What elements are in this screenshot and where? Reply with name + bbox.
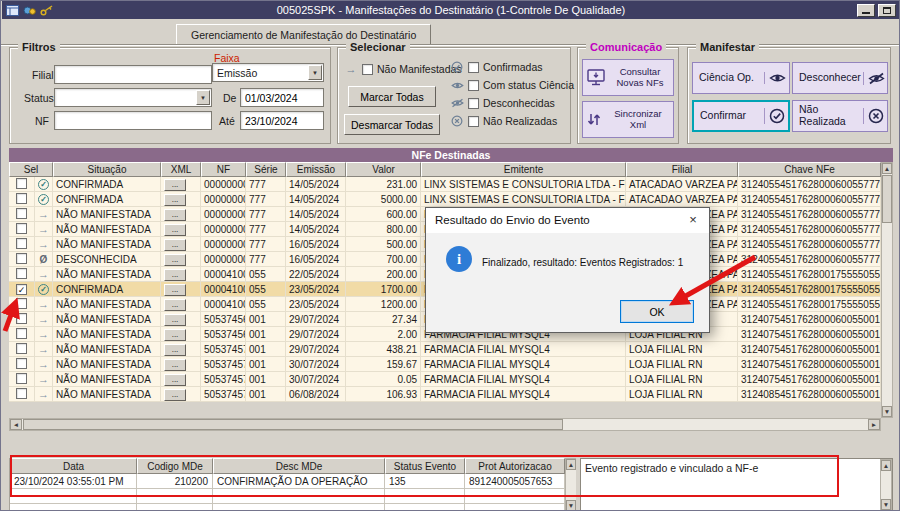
desconhecidas-checkbox[interactable]	[468, 98, 479, 109]
nfe-row[interactable]: →NÃO MANIFESTADA...50537457000129/07/202…	[9, 342, 881, 357]
nfe-row[interactable]: ✓CONFIRMADA...00000000177714/05/2024231.…	[9, 177, 881, 192]
scroll-up-icon[interactable]: ▲	[566, 459, 576, 470]
desmarcar-todas-button[interactable]: Desmarcar Todas	[344, 114, 440, 135]
row-select-checkbox[interactable]	[16, 238, 27, 249]
row-select-checkbox[interactable]	[16, 223, 27, 234]
dialog-titlebar[interactable]: Resultado do Envio do Evento ×	[426, 208, 709, 233]
nfe-vertical-scrollbar[interactable]: ▲ ▼	[881, 162, 893, 418]
scroll-right-icon[interactable]: ►	[868, 419, 880, 430]
filial-input[interactable]	[54, 65, 212, 84]
row-select-checkbox[interactable]	[16, 358, 27, 369]
ciencia-checkbox[interactable]	[468, 80, 479, 91]
scroll-down-icon[interactable]: ▼	[882, 406, 892, 417]
row-select-checkbox[interactable]	[16, 388, 27, 399]
key-icon[interactable]	[40, 5, 54, 16]
row-select-checkbox[interactable]: ✓	[16, 284, 27, 295]
row-select-checkbox[interactable]	[16, 178, 27, 189]
row-select-checkbox[interactable]	[16, 313, 27, 324]
nfe-column-header[interactable]: Valor	[346, 162, 421, 177]
confirmar-button[interactable]: Confirmar	[692, 100, 790, 132]
dialog-close-icon[interactable]: ×	[677, 208, 709, 233]
nfe-column-header[interactable]: Situação	[53, 162, 161, 177]
xml-button[interactable]: ...	[164, 359, 186, 371]
evento-memo-panel[interactable]: Evento registrado e vinculado a NF-e ▲ ▼	[580, 458, 893, 511]
row-select-checkbox[interactable]	[16, 373, 27, 384]
nfe-column-header[interactable]: Série	[246, 162, 286, 177]
nfe-horizontal-scrollbar[interactable]: ◄ ►	[9, 418, 881, 431]
services-icon[interactable]	[23, 5, 36, 16]
row-select-checkbox[interactable]	[16, 253, 27, 264]
faixa-combo-arrow-icon[interactable]: ▼	[308, 65, 322, 80]
memo-scrollbar[interactable]: ▲ ▼	[880, 459, 892, 511]
row-select-checkbox[interactable]	[16, 328, 27, 339]
status-combo[interactable]: ▼	[54, 88, 212, 107]
xml-button[interactable]: ...	[164, 344, 186, 356]
eventos-scrollbar[interactable]: ▲ ▼	[565, 458, 576, 511]
nao-manifestadas-checkbox[interactable]	[362, 64, 373, 75]
status-combo-arrow-icon[interactable]: ▼	[196, 90, 210, 105]
cell-situacao: NÃO MANIFESTADA	[53, 387, 161, 402]
confirmadas-checkbox[interactable]	[468, 62, 479, 73]
xml-button[interactable]: ...	[164, 224, 186, 236]
nfe-column-header[interactable]: Emitente	[421, 162, 626, 177]
xml-button[interactable]: ...	[164, 314, 186, 326]
nao-realizada-button[interactable]: Não Realizada	[792, 100, 888, 132]
ledger-icon[interactable]	[6, 5, 19, 16]
nfe-column-header[interactable]: Chave NFe	[738, 162, 881, 177]
de-date-input[interactable]	[240, 88, 324, 107]
xml-button[interactable]: ...	[164, 269, 186, 281]
xml-button[interactable]: ...	[164, 389, 186, 401]
row-select-checkbox[interactable]	[16, 268, 27, 279]
row-select-checkbox[interactable]	[16, 208, 27, 219]
nfe-column-header[interactable]: NF	[201, 162, 246, 177]
nfe-grid-header-row: SelSituaçãoXMLNFSérieEmissãoValorEmitent…	[9, 162, 881, 177]
eventos-column-header[interactable]: Prot Autorizacao	[465, 458, 565, 474]
nfe-column-header[interactable]: Sel	[9, 162, 53, 177]
cell-serie: 055	[246, 297, 286, 312]
nf-input[interactable]	[54, 111, 212, 130]
nao-realizadas-checkbox[interactable]	[468, 116, 479, 127]
scroll-down-icon[interactable]: ▼	[881, 499, 891, 510]
minimize-button[interactable]	[857, 4, 875, 17]
nfe-column-header[interactable]: Emissão	[286, 162, 346, 177]
nfe-column-header[interactable]: XML	[161, 162, 201, 177]
ate-date-input[interactable]	[240, 111, 324, 130]
desconhecer-button[interactable]: Desconhecer	[792, 62, 888, 94]
xml-button[interactable]: ...	[164, 239, 186, 251]
scroll-up-icon[interactable]: ▲	[882, 163, 892, 174]
xml-button[interactable]: ...	[164, 374, 186, 386]
row-select-checkbox[interactable]	[16, 298, 27, 309]
xml-button[interactable]: ...	[164, 284, 186, 296]
sincronizar-xml-button[interactable]: Sincronizar Xml	[582, 101, 674, 138]
xml-button[interactable]: ...	[164, 194, 186, 206]
xml-button[interactable]: ...	[164, 179, 186, 191]
nfe-row[interactable]: →NÃO MANIFESTADA...50537457200130/07/202…	[9, 372, 881, 387]
scroll-down-icon[interactable]: ▼	[566, 500, 576, 511]
scroll-up-icon[interactable]: ▲	[881, 460, 891, 471]
row-select-checkbox[interactable]	[16, 343, 27, 354]
restore-button[interactable]	[878, 4, 896, 17]
cell-serie: 777	[246, 177, 286, 192]
xml-button[interactable]: ...	[164, 209, 186, 221]
ciencia-op-button[interactable]: Ciência Op.	[692, 62, 790, 94]
nfe-column-header[interactable]: Filial	[626, 162, 738, 177]
eventos-column-header[interactable]: Codigo MDe	[137, 458, 213, 474]
xml-button[interactable]: ...	[164, 299, 186, 311]
hscroll-thumb[interactable]	[23, 419, 563, 430]
nfe-row[interactable]: →NÃO MANIFESTADA...50537457300106/08/202…	[9, 387, 881, 402]
nfe-row[interactable]: ✓CONFIRMADA...00000000277714/05/20245000…	[9, 192, 881, 207]
eventos-column-header[interactable]: Status Evento	[385, 458, 465, 474]
eventos-column-header[interactable]: Desc MDe	[213, 458, 385, 474]
row-select-checkbox[interactable]	[16, 193, 27, 204]
ok-button[interactable]: OK	[620, 300, 694, 323]
event-row[interactable]: 23/10/2024 03:55:01 PM210200CONFIRMAÇÃO …	[10, 474, 565, 489]
eventos-column-header[interactable]: Data	[10, 458, 137, 474]
xml-button[interactable]: ...	[164, 254, 186, 266]
nfe-row[interactable]: →NÃO MANIFESTADA...50537457100130/07/202…	[9, 357, 881, 372]
xml-button[interactable]: ...	[164, 329, 186, 341]
faixa-combo[interactable]: Emissão ▼	[212, 63, 324, 82]
marcar-todas-button[interactable]: Marcar Todas	[348, 86, 436, 107]
scroll-left-icon[interactable]: ◄	[10, 419, 22, 430]
consultar-novas-nfs-button[interactable]: Consultar Novas NFs	[582, 59, 674, 96]
vscroll-thumb[interactable]	[882, 175, 892, 223]
